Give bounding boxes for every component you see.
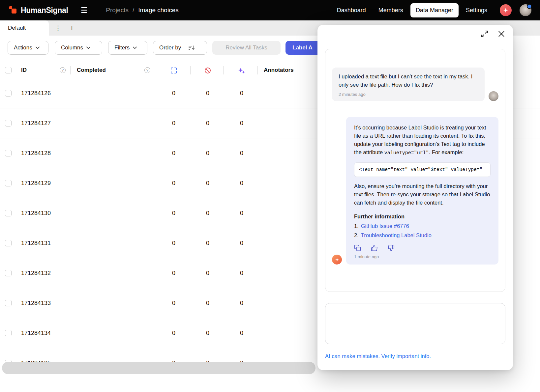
predictions-count: 0 bbox=[238, 318, 246, 348]
annotations-count: 0 bbox=[170, 108, 178, 138]
user-avatar[interactable] bbox=[520, 4, 531, 16]
user-message: I uploaded a text file but I can’t see t… bbox=[332, 68, 485, 101]
column-header-cancelled[interactable] bbox=[204, 67, 212, 74]
label-all-tasks-label: Label A bbox=[292, 44, 313, 51]
cancelled-icon bbox=[204, 67, 211, 74]
nav-members[interactable]: Members bbox=[373, 3, 408, 17]
predictions-count: 0 bbox=[238, 228, 246, 258]
predictions-count: 0 bbox=[238, 138, 246, 168]
predictions-sparkle-icon bbox=[238, 67, 245, 74]
column-divider bbox=[70, 66, 71, 74]
copy-button[interactable] bbox=[354, 244, 361, 251]
chevron-down-icon bbox=[86, 46, 90, 49]
nav-settings[interactable]: Settings bbox=[461, 3, 493, 17]
assistant-message-row: It’s occurring because Label Studio is t… bbox=[332, 117, 498, 265]
row-checkbox[interactable] bbox=[5, 90, 12, 97]
task-id: 171284127 bbox=[21, 108, 51, 138]
add-tab-button[interactable]: + bbox=[67, 20, 76, 36]
row-checkbox[interactable] bbox=[5, 270, 12, 276]
id-help-icon[interactable]: ? bbox=[60, 67, 66, 73]
actions-button[interactable]: Actions bbox=[8, 41, 48, 55]
top-navigation: Dashboard Members Data Manager Settings bbox=[332, 3, 493, 17]
breadcrumb-separator: / bbox=[133, 7, 134, 14]
task-id: 171284126 bbox=[21, 78, 51, 108]
column-header-annotators[interactable]: Annotators bbox=[264, 62, 294, 78]
cancelled-count: 0 bbox=[204, 198, 212, 228]
nav-data-manager[interactable]: Data Manager bbox=[410, 3, 459, 17]
chat-input[interactable] bbox=[325, 303, 505, 344]
cancelled-count: 0 bbox=[204, 138, 212, 168]
thumbs-down-button[interactable] bbox=[388, 244, 395, 251]
column-header-annotations[interactable] bbox=[170, 67, 178, 74]
task-id: 171284128 bbox=[21, 138, 51, 168]
ai-assistant-button[interactable] bbox=[500, 4, 512, 16]
app: HumanSignal ☰ Projects / Image choices D… bbox=[0, 0, 540, 392]
columns-button[interactable]: Columns bbox=[55, 41, 102, 55]
humansignal-logo[interactable]: HumanSignal bbox=[9, 6, 68, 15]
ai-chat-panel: I uploaded a text file but I can’t see t… bbox=[317, 25, 513, 370]
assistant-paragraph-2: Also, ensure you’re mounting the full di… bbox=[354, 182, 491, 207]
close-panel-button[interactable] bbox=[497, 29, 506, 39]
row-checkbox[interactable] bbox=[5, 120, 12, 126]
user-avatar bbox=[489, 91, 498, 101]
column-header-id[interactable]: ID bbox=[21, 62, 27, 78]
column-divider bbox=[158, 66, 158, 74]
further-information-heading: Further information bbox=[354, 213, 491, 220]
cancelled-count: 0 bbox=[204, 288, 212, 318]
column-header-completed[interactable]: Completed bbox=[77, 62, 106, 78]
tab-default[interactable]: Default bbox=[0, 20, 49, 36]
breadcrumb-projects[interactable]: Projects bbox=[106, 7, 129, 14]
assistant-avatar bbox=[332, 255, 342, 265]
sort-icon bbox=[189, 45, 195, 50]
sparkle-icon bbox=[503, 7, 509, 13]
order-by-button[interactable]: Order by bbox=[153, 41, 207, 55]
cancelled-count: 0 bbox=[204, 258, 212, 288]
row-checkbox[interactable] bbox=[5, 300, 12, 306]
row-checkbox[interactable] bbox=[5, 180, 12, 186]
annotations-count: 0 bbox=[170, 318, 178, 348]
breadcrumb: Projects / Image choices bbox=[106, 7, 178, 14]
completed-help-icon[interactable]: ? bbox=[144, 67, 150, 73]
tab-menu-icon[interactable]: ⋮ bbox=[54, 20, 62, 36]
task-id: 171284134 bbox=[21, 318, 51, 348]
review-all-tasks-button[interactable]: Review All Tasks bbox=[212, 41, 281, 55]
review-all-tasks-label: Review All Tasks bbox=[225, 44, 267, 51]
cancelled-count: 0 bbox=[204, 78, 212, 108]
task-id: 171284129 bbox=[21, 168, 51, 198]
filters-button[interactable]: Filters bbox=[108, 41, 147, 55]
assistant-message-timestamp: 1 minute ago bbox=[354, 254, 491, 259]
predictions-count: 0 bbox=[238, 198, 246, 228]
troubleshooting-link[interactable]: Troubleshooting Label Studio bbox=[361, 232, 432, 238]
horizontal-scrollbar-thumb[interactable] bbox=[2, 362, 315, 374]
hamburger-menu-icon[interactable]: ☰ bbox=[81, 7, 88, 14]
expand-panel-button[interactable] bbox=[480, 29, 489, 39]
column-divider bbox=[223, 66, 224, 74]
filters-label: Filters bbox=[114, 44, 130, 51]
column-divider bbox=[257, 66, 258, 74]
copy-icon bbox=[354, 244, 361, 251]
row-checkbox[interactable] bbox=[5, 330, 12, 336]
user-message-row: I uploaded a text file but I can’t see t… bbox=[332, 68, 498, 101]
thumbs-up-button[interactable] bbox=[371, 244, 378, 251]
column-header-predictions[interactable] bbox=[238, 67, 246, 74]
nav-dashboard[interactable]: Dashboard bbox=[332, 3, 371, 17]
select-all-checkbox[interactable] bbox=[5, 67, 12, 73]
maximize-icon bbox=[481, 30, 489, 38]
inline-code: valueType="url" bbox=[384, 150, 429, 156]
header-avatars bbox=[500, 4, 531, 16]
row-checkbox[interactable] bbox=[5, 240, 12, 246]
row-checkbox[interactable] bbox=[5, 210, 12, 216]
user-message-timestamp: 2 minutes ago bbox=[339, 92, 478, 97]
row-checkbox[interactable] bbox=[5, 150, 12, 156]
thumbs-down-icon bbox=[388, 244, 395, 251]
github-issue-link[interactable]: GitHub Issue #6776 bbox=[361, 223, 409, 229]
predictions-count: 0 bbox=[238, 108, 246, 138]
annotations-count: 0 bbox=[170, 288, 178, 318]
message-actions bbox=[354, 244, 491, 251]
annotations-count: 0 bbox=[170, 228, 178, 258]
task-id: 171284132 bbox=[21, 258, 51, 288]
annotations-count: 0 bbox=[170, 198, 178, 228]
predictions-count: 0 bbox=[238, 258, 246, 288]
columns-label: Columns bbox=[61, 44, 83, 51]
task-id: 171284130 bbox=[21, 198, 51, 228]
